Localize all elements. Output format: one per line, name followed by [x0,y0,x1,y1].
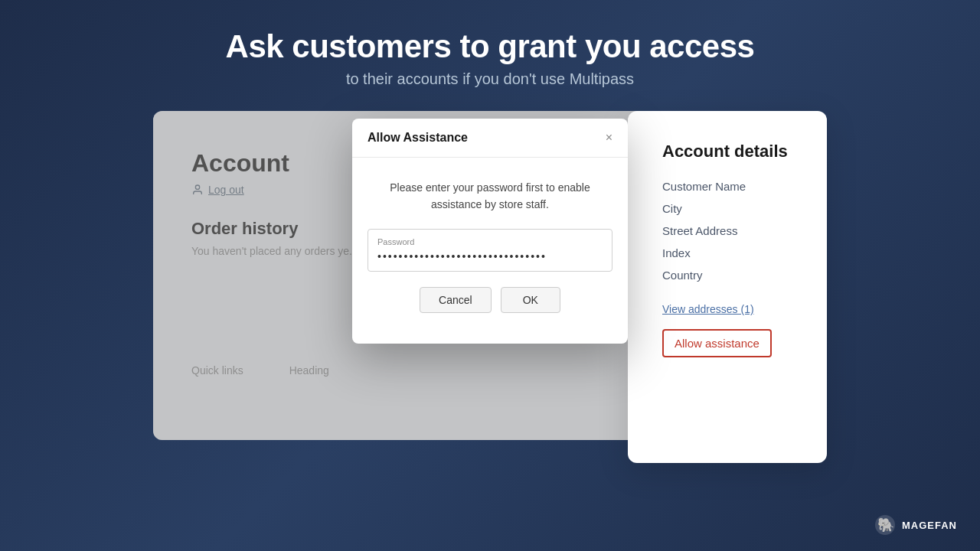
modal-description: Please enter your password first to enab… [368,179,612,214]
heading-label: Heading [289,364,329,377]
list-item: City [662,202,792,215]
list-item: Country [662,269,792,282]
page-header: Ask customers to grant you access to the… [0,0,980,111]
password-label: Password [377,237,603,246]
modal-body: Please enter your password first to enab… [352,158,628,344]
modal-header: Allow Assistance × [352,119,628,158]
panel-bottom: Quick links Heading [191,364,612,377]
ok-button[interactable]: OK [501,287,560,313]
magefan-name: MAGEFAN [902,520,957,531]
modal-dialog: Allow Assistance × Please enter your pas… [352,119,628,344]
allow-assistance-button[interactable]: Allow assistance [662,329,772,357]
password-dots: •••••••••••••••••••••••••••••••• [377,250,547,262]
page-subtitle: to their accounts if you don't use Multi… [0,70,980,88]
details-list: Customer Name City Street Address Index … [662,180,792,282]
details-panel: Account details Customer Name City Stree… [628,111,827,463]
modal-footer: Cancel OK [368,287,612,328]
list-item: Customer Name [662,180,792,193]
quick-links-label: Quick links [191,364,243,377]
svg-point-0 [195,185,199,189]
magefan-branding: 🐘 MAGEFAN [874,514,957,536]
list-item: Index [662,246,792,259]
view-addresses-link[interactable]: View addresses (1) [662,303,792,315]
modal-close-button[interactable]: × [606,132,612,144]
cancel-button[interactable]: Cancel [420,287,492,313]
user-icon [191,184,204,196]
password-field-wrapper[interactable]: Password •••••••••••••••••••••••••••••••… [368,229,612,272]
modal-title: Allow Assistance [368,131,468,145]
details-title: Account details [662,142,792,161]
logout-label: Log out [208,184,244,196]
page-title: Ask customers to grant you access [0,29,980,64]
magefan-logo-icon: 🐘 [874,514,896,536]
list-item: Street Address [662,224,792,237]
svg-text:🐘: 🐘 [877,517,895,533]
